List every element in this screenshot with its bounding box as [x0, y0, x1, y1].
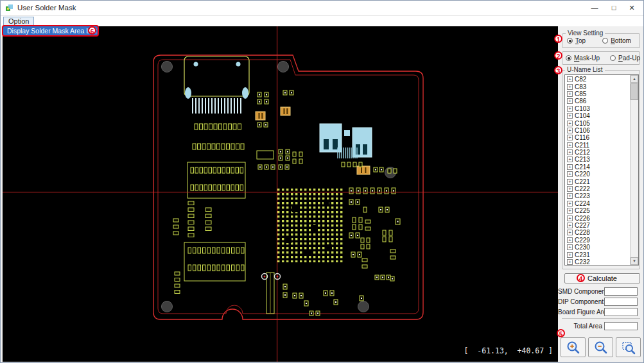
radio-pad-up-label: Pad-Up	[618, 55, 640, 62]
expand-icon[interactable]: +	[567, 149, 573, 155]
expand-icon[interactable]: +	[567, 156, 573, 162]
tree-item[interactable]: +C116	[565, 134, 631, 141]
expand-icon[interactable]: +	[567, 84, 573, 90]
cursor-coordinates: [ -61.13, +40.67 ]	[464, 346, 553, 355]
scroll-thumb[interactable]	[631, 83, 638, 100]
tree-item[interactable]: +C213	[565, 156, 631, 163]
tree-item[interactable]: +C230	[565, 244, 631, 251]
scroll-down-icon[interactable]: ▼	[631, 257, 638, 265]
window-title: User Solder Mask	[17, 4, 76, 12]
radio-mask-up[interactable]: Mask-Up	[566, 55, 600, 62]
area-field-input[interactable]	[604, 308, 638, 316]
tree-item[interactable]: +C229	[565, 237, 631, 244]
zoom-in-button[interactable]	[561, 337, 586, 357]
menu-option[interactable]: Option	[3, 17, 34, 26]
tree-item[interactable]: +C82	[565, 76, 631, 83]
radio-mask-up-circle[interactable]	[566, 55, 571, 61]
expand-icon[interactable]: +	[567, 193, 573, 199]
expand-icon[interactable]: +	[567, 91, 573, 97]
tree-item-label: C83	[575, 83, 586, 90]
tree-item-label: C86	[575, 97, 586, 105]
tree-item[interactable]: +C226	[565, 214, 631, 221]
expand-icon[interactable]: +	[567, 230, 573, 235]
tree-item[interactable]: +C104	[565, 112, 631, 119]
radio-bottom[interactable]: Bottom	[602, 37, 631, 44]
minimize-button[interactable]: —	[586, 1, 604, 15]
tree-item[interactable]: +C221	[565, 178, 631, 185]
expand-icon[interactable]: +	[567, 142, 573, 148]
expand-icon[interactable]: +	[567, 208, 573, 214]
expand-icon[interactable]: +	[567, 164, 573, 170]
tree-item-label: C228	[575, 229, 590, 236]
tree-item[interactable]: +C228	[565, 229, 631, 236]
expand-icon[interactable]: +	[567, 106, 573, 112]
area-field-input[interactable]	[604, 287, 638, 296]
view-setting-label: View Setting	[566, 30, 605, 37]
tree-item[interactable]: +C83	[565, 83, 631, 90]
area-field-label: Board Figure Area	[558, 308, 604, 316]
expand-icon[interactable]: +	[567, 179, 573, 185]
uname-list-label: U-Name List	[565, 66, 605, 73]
radio-bottom-circle[interactable]	[602, 38, 608, 44]
radio-pad-up[interactable]: Pad-Up	[610, 55, 640, 62]
expand-icon[interactable]: +	[567, 98, 573, 104]
tree-item-label: C105	[575, 120, 590, 127]
tree-item[interactable]: +C214	[565, 164, 631, 171]
tree-item-label: C226	[575, 215, 590, 222]
zoom-window-button[interactable]	[616, 337, 641, 357]
expand-icon[interactable]: +	[567, 201, 573, 207]
tree-item[interactable]: +C220	[565, 171, 631, 178]
expand-icon[interactable]: +	[567, 121, 573, 126]
expand-icon[interactable]: +	[567, 259, 573, 265]
expand-icon[interactable]: +	[567, 252, 573, 258]
expand-icon[interactable]: +	[567, 223, 573, 228]
tree-item-label: C224	[575, 200, 590, 207]
area-field-input[interactable]	[604, 298, 638, 306]
uname-listbox[interactable]: +C82+C83+C85+C86+C103+C104+C105+C106+C11…	[564, 74, 639, 266]
tree-item[interactable]: +C224	[565, 200, 631, 207]
tree-item[interactable]: +C212	[565, 149, 631, 156]
tree-item[interactable]: +C85	[565, 90, 631, 97]
tree-item[interactable]: +C105	[565, 119, 631, 126]
tree-item[interactable]: +C225	[565, 207, 631, 214]
close-button[interactable]: ✕	[623, 1, 641, 15]
tree-item[interactable]: +C211	[565, 142, 631, 149]
zoom-out-button[interactable]	[588, 337, 613, 357]
radio-top-circle[interactable]	[567, 38, 573, 44]
expand-icon[interactable]: +	[567, 186, 573, 192]
radio-top-label: Top	[575, 37, 586, 44]
app-window: User Solder Mask — □ ✕ Option [ -61.13, …	[0, 0, 644, 363]
tree-item[interactable]: +C103	[565, 105, 631, 112]
tree-item[interactable]: +C232	[565, 258, 631, 266]
maximize-button[interactable]: □	[605, 1, 623, 15]
title-bar: User Solder Mask — □ ✕	[1, 1, 643, 16]
menu-item-display-solder-mask-area-list[interactable]: Display Solder Mask Area List	[3, 26, 98, 35]
expand-icon[interactable]: +	[567, 128, 573, 133]
expand-icon[interactable]: +	[567, 237, 573, 243]
radio-pad-up-circle[interactable]	[610, 55, 616, 61]
tree-item-label: C227	[575, 222, 590, 229]
expand-icon[interactable]: +	[567, 135, 573, 140]
tree-item[interactable]: +C222	[565, 185, 631, 192]
tree-item[interactable]: +C223	[565, 192, 631, 199]
scroll-up-icon[interactable]: ▲	[631, 75, 638, 83]
tree-item-label: C104	[575, 112, 590, 119]
option-dropdown: Display Solder Mask Area List	[3, 26, 98, 35]
expand-icon[interactable]: +	[567, 244, 573, 250]
annotation-6: 6	[88, 26, 96, 35]
expand-icon[interactable]: +	[567, 113, 573, 119]
tree-item[interactable]: +C86	[565, 97, 631, 105]
total-area-input[interactable]	[604, 322, 638, 330]
expand-icon[interactable]: +	[567, 171, 573, 177]
radio-top[interactable]: Top	[567, 37, 586, 44]
tree-item[interactable]: +C231	[565, 251, 631, 258]
tree-item[interactable]: +C106	[565, 127, 631, 134]
pcb-canvas[interactable]: [ -61.13, +40.67 ]	[3, 26, 558, 362]
tree-item[interactable]: +C227	[565, 222, 631, 229]
total-area-label: Total Area	[558, 323, 604, 330]
expand-icon[interactable]: +	[567, 215, 573, 221]
calculate-button[interactable]: Calculate	[564, 273, 640, 283]
tree-item-label: C223	[575, 192, 590, 199]
expand-icon[interactable]: +	[567, 76, 573, 82]
scrollbar[interactable]: ▲ ▼	[630, 75, 638, 265]
